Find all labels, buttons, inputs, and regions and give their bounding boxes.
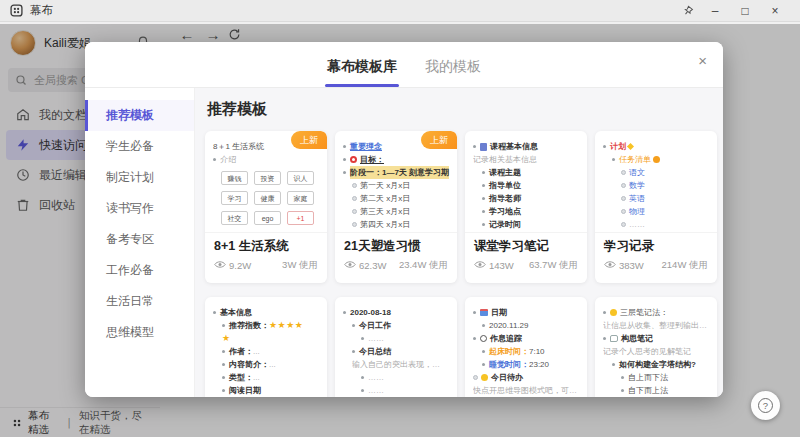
template-card[interactable]: 上新重要理念目标：阶段一：1—7天 刻意学习期第一天 x月x日第二天 x月x日第…	[335, 131, 457, 283]
category-item[interactable]: 备考专区	[85, 224, 194, 255]
card-footer: 学习记录383W214W 使用	[595, 232, 717, 279]
category-item[interactable]: 工作必备	[85, 255, 194, 286]
text-part: 介绍	[220, 153, 236, 166]
outline-line: 数学	[621, 179, 712, 192]
template-card[interactable]: 基本信息推荐指数：★★★★★作者：...内容简介：...类型：...阅读日期	[205, 297, 327, 397]
bullet-icon	[213, 158, 216, 161]
bullet-icon	[352, 196, 357, 201]
text-part: 构思笔记	[621, 332, 653, 345]
outline-line: 内容简介：...	[222, 358, 322, 371]
title-bar: 幕布 – □ ×	[0, 0, 800, 22]
modal-close-icon[interactable]: ×	[698, 53, 707, 68]
category-item[interactable]: 推荐模板	[85, 100, 194, 131]
tab-my-templates[interactable]: 我的模板	[425, 58, 481, 87]
card-footer: 21天塑造习惯62.3W23.4W 使用	[335, 232, 457, 279]
cards-row: 基本信息推荐指数：★★★★★作者：...内容简介：...类型：...阅读日期20…	[205, 297, 717, 397]
text-part: ...	[269, 358, 276, 371]
category-item[interactable]: 制定计划	[85, 162, 194, 193]
text-part: 第一天 x月x日	[360, 179, 410, 192]
outline-line: 第三天 x月x日	[352, 205, 452, 218]
bullet-icon	[343, 171, 346, 174]
text-part: 重要理念	[350, 140, 382, 153]
bullet-icon	[621, 209, 626, 214]
outline-line: 阶段一：1—7天 刻意学习期	[343, 166, 452, 179]
bullet-icon	[222, 363, 225, 366]
template-card[interactable]: 三层笔记法：让信息从收集、整理到输出…构思笔记记录个人思考的见解笔记如何构建金字…	[595, 297, 717, 397]
text-part: ……	[368, 332, 384, 345]
outline-line: 第四天 x月x日	[352, 218, 452, 231]
bullet-icon	[621, 222, 626, 227]
template-card[interactable]: 日期2020.11.29作息追踪起床时间：7:10睡觉时间：23:20今日待办快…	[465, 297, 587, 397]
bullet-icon	[361, 337, 364, 340]
eye-icon	[344, 260, 356, 271]
tab-template-library[interactable]: 幕布模板库	[327, 58, 397, 87]
outline-line: 赚钱投资识人学习健康家庭社交ego+1	[213, 166, 322, 225]
card-preview: 三层笔记法：让信息从收集、整理到输出…构思笔记记录个人思考的见解笔记如何构建金字…	[595, 297, 717, 397]
outline-line: 任务清单	[612, 153, 712, 166]
bullet-icon	[352, 222, 357, 227]
views-value: 9.2W	[229, 260, 251, 271]
text-part: 类型：	[229, 371, 253, 384]
template-card[interactable]: 上新8＋1 生活系统介绍赚钱投资识人学习健康家庭社交ego+18+1 生活系统9…	[205, 131, 327, 283]
card-stats: 143W63.7W 使用	[465, 255, 587, 279]
outline-line: 记录相关基本信息	[473, 153, 582, 166]
outline-line: 三层笔记法：	[603, 306, 712, 319]
text-part: 作者：	[229, 345, 253, 358]
usage-count: 23.4W 使用	[399, 259, 448, 272]
text-part: 如何构建金字塔结构?	[619, 358, 696, 371]
bullet-icon	[612, 363, 615, 366]
text-part: 课程主题	[489, 166, 521, 179]
chat-icon	[610, 335, 618, 342]
template-card[interactable]: 课程基本信息记录相关基本信息课程主题指导单位指导老师学习地点记录时间课堂学习笔记…	[465, 131, 587, 283]
grid-cell: 识人	[287, 171, 314, 185]
text-part: ……	[368, 384, 384, 397]
category-item[interactable]: 学生必备	[85, 131, 194, 162]
outline-line: 类型：...	[222, 371, 322, 384]
clock2-icon	[480, 335, 487, 342]
outline-line: 第二天 x月x日	[352, 192, 452, 205]
close-window-button[interactable]: ×	[760, 4, 790, 18]
outline-line: 起床时间：7:10	[482, 345, 582, 358]
text-part: 计划	[610, 140, 626, 153]
pin-icon[interactable]	[680, 2, 697, 19]
outline-line: 记录时间	[482, 218, 582, 231]
outline-line: 学习地点	[482, 205, 582, 218]
new-badge: 上新	[421, 131, 457, 149]
text-part: 英语	[629, 192, 645, 205]
bullet-icon	[222, 376, 225, 379]
category-item[interactable]: 生活日常	[85, 286, 194, 317]
bulb-icon	[481, 374, 488, 381]
eye-icon	[604, 260, 616, 271]
minimize-button[interactable]: –	[700, 4, 730, 18]
grid-cell: +1	[287, 211, 314, 225]
outline-line: 快点开思维导图模式吧，可…	[473, 384, 582, 397]
bullet-icon	[621, 170, 626, 175]
text-part: ...	[253, 345, 260, 358]
category-item[interactable]: 读书写作	[85, 193, 194, 224]
outline-line: 如何构建金字塔结构?	[612, 358, 712, 371]
views-value: 383W	[619, 260, 644, 271]
text-part: 起床时间：	[489, 345, 529, 358]
text-part: 记录相关基本信息	[473, 153, 537, 166]
outline-line: 基本信息	[213, 306, 322, 319]
bullet-icon	[343, 311, 346, 314]
bullet-icon	[361, 389, 364, 392]
text-part: 基本信息	[220, 306, 252, 319]
template-card[interactable]: 计划任务清单语文数学英语物理……学习记录383W214W 使用	[595, 131, 717, 283]
bullet-icon	[213, 311, 216, 314]
usage-count: 3W 使用	[282, 259, 318, 272]
calendar-icon	[480, 309, 488, 316]
outline-line: 日期	[473, 306, 582, 319]
text-part: 第三天 x月x日	[360, 205, 410, 218]
grid-cell: 社交	[221, 211, 248, 225]
help-button[interactable]: ?	[751, 391, 780, 420]
outline-line: 第一天 x月x日	[352, 179, 452, 192]
text-part: 2020.11.29	[489, 319, 528, 332]
target-icon	[350, 156, 357, 163]
category-item[interactable]: 思维模型	[85, 317, 194, 348]
text-part: 23:20	[529, 358, 549, 371]
maximize-button[interactable]: □	[730, 4, 760, 18]
template-card[interactable]: 2020-08-18今日工作……今日总结输入自己的突出表现，……………	[335, 297, 457, 397]
bullet-icon	[621, 196, 626, 201]
views-count: 143W	[474, 260, 514, 271]
